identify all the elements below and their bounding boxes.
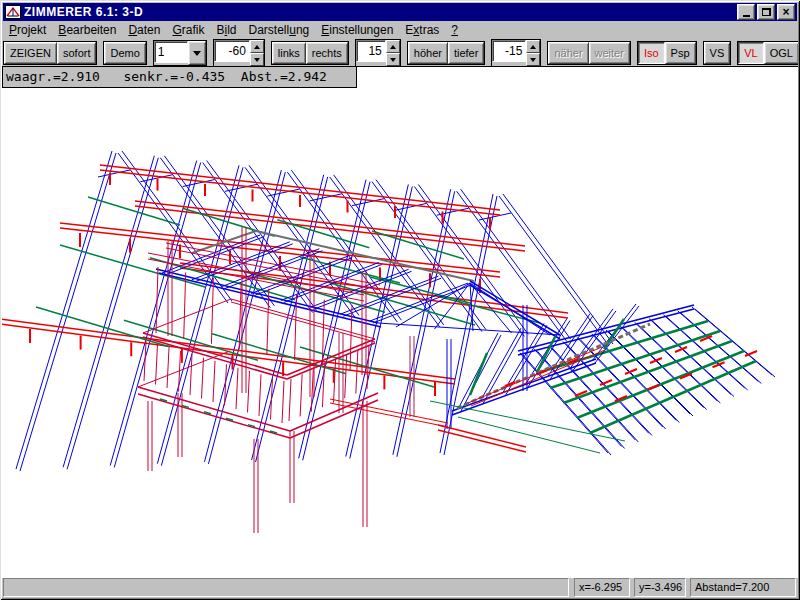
close-button[interactable]: × — [777, 4, 795, 20]
ogl-button[interactable]: OGL — [764, 42, 799, 64]
sofort-button[interactable]: sofort — [57, 42, 97, 64]
arrow-up-icon — [254, 45, 260, 49]
tilt-down-button[interactable] — [386, 53, 400, 66]
coordinate-readout: waagr.=2.910 senkr.=-0.435 Abst.=2.942 — [2, 66, 357, 88]
minimize-button[interactable] — [737, 4, 755, 20]
tilt-up-button[interactable] — [386, 40, 400, 53]
group-show: ZEIGEN sofort — [3, 41, 97, 65]
app-icon — [5, 5, 21, 19]
group-render: VL OGL — [737, 41, 800, 65]
menu-extras[interactable]: Extras — [399, 22, 445, 38]
title-bar[interactable]: ZIMMERER 6.1: 3-D × — [3, 3, 797, 21]
view-select: 1 — [153, 40, 207, 66]
close-icon: × — [782, 7, 789, 17]
toolbar: ZEIGEN sofort Demo 1 -60 links rechts 15… — [3, 40, 797, 66]
group-demo: Demo — [103, 41, 146, 65]
view-select-value[interactable]: 1 — [154, 41, 188, 63]
rotate-value[interactable]: -60 — [214, 40, 250, 62]
3d-viewport[interactable] — [2, 67, 798, 579]
tilt-value[interactable]: 15 — [356, 40, 386, 62]
arrow-down-icon — [530, 58, 536, 62]
rechts-button[interactable]: rechts — [306, 42, 348, 64]
menu-einstellungen[interactable]: Einstellungen — [315, 22, 399, 38]
zoom-spinner: -15 — [491, 39, 541, 67]
status-x: x=-6.295 — [574, 578, 630, 597]
arrow-up-icon — [390, 45, 396, 49]
psp-button[interactable]: Psp — [665, 42, 696, 64]
naeher-button: näher — [548, 42, 588, 64]
group-tilt: höher tiefer — [407, 41, 486, 65]
tiefer-button[interactable]: tiefer — [448, 42, 484, 64]
menu-help[interactable]: ? — [445, 22, 464, 38]
vs-button[interactable]: VS — [704, 42, 731, 64]
drawing-canvas[interactable] — [2, 66, 798, 578]
iso-button[interactable]: Iso — [638, 42, 665, 64]
menu-grafik[interactable]: Grafik — [166, 22, 210, 38]
zoom-up-button[interactable] — [526, 40, 540, 53]
menu-bar: Projekt Bearbeiten Daten Grafik Bild Dar… — [3, 21, 797, 39]
status-message-panel — [3, 578, 569, 597]
weiter-button: weiter — [589, 42, 630, 64]
rotate-down-button[interactable] — [250, 53, 264, 66]
status-distance: Abstand=7.200 — [690, 578, 796, 597]
menu-bearbeiten[interactable]: Bearbeiten — [52, 22, 122, 38]
menu-bild[interactable]: Bild — [210, 22, 242, 38]
arrow-down-icon — [254, 58, 260, 62]
minimize-icon — [743, 15, 750, 17]
menu-darstellung[interactable]: Darstellung — [243, 22, 316, 38]
group-projection: Iso Psp — [637, 41, 697, 65]
status-y: y=-3.496 — [634, 578, 686, 597]
restore-icon — [762, 8, 771, 16]
menu-projekt[interactable]: Projekt — [3, 22, 52, 38]
demo-button[interactable]: Demo — [104, 42, 145, 64]
group-zoom: näher weiter — [547, 41, 630, 65]
zoom-down-button[interactable] — [526, 53, 540, 66]
arrow-up-icon — [530, 45, 536, 49]
zoom-value[interactable]: -15 — [492, 40, 526, 62]
zeigen-button[interactable]: ZEIGEN — [4, 42, 57, 64]
restore-button[interactable] — [757, 4, 775, 20]
group-rotate: links rechts — [271, 41, 349, 65]
vl-button[interactable]: VL — [738, 42, 763, 64]
window-title: ZIMMERER 6.1: 3-D — [24, 3, 735, 21]
arrow-down-icon — [390, 58, 396, 62]
status-bar: x=-6.295 y=-3.496 Abstand=7.200 — [3, 578, 797, 597]
rotate-spinner: -60 — [213, 39, 265, 67]
hoeher-button[interactable]: höher — [408, 42, 448, 64]
menu-daten[interactable]: Daten — [122, 22, 166, 38]
group-vs: VS — [703, 41, 732, 65]
chevron-down-icon — [193, 51, 201, 56]
links-button[interactable]: links — [272, 42, 306, 64]
tilt-spinner: 15 — [355, 39, 401, 67]
rotate-up-button[interactable] — [250, 40, 264, 53]
view-select-dropdown-button[interactable] — [188, 41, 206, 65]
